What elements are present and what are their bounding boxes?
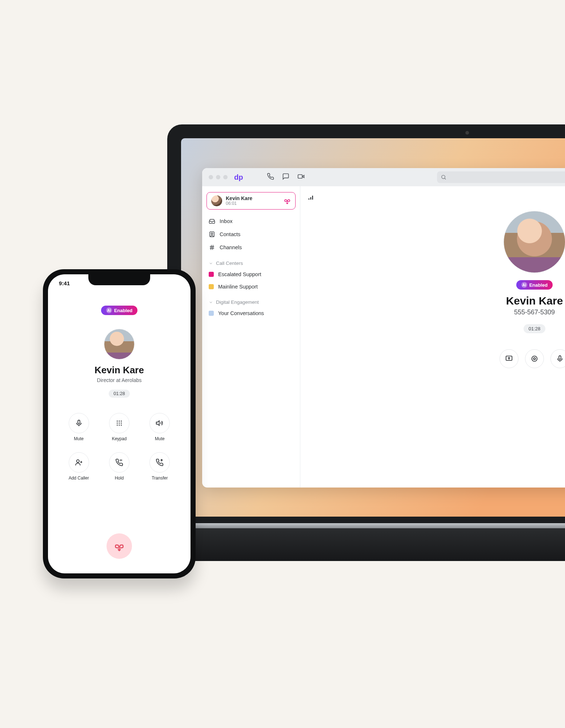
main-area: Ai Enabled Kevin Kare 555-567-5309 01:28: [300, 186, 565, 488]
window-controls[interactable]: [209, 175, 228, 179]
contact-name: Kevin Kare: [48, 365, 191, 376]
traffic-light-close[interactable]: [209, 175, 213, 179]
mic-button[interactable]: [550, 349, 565, 368]
contact-avatar: [104, 329, 135, 359]
section-call-centers[interactable]: Call Centers: [207, 254, 296, 268]
phone-icon[interactable]: [267, 173, 274, 182]
laptop-screen: dp: [181, 138, 565, 517]
ai-icon: Ai: [106, 307, 112, 313]
svg-point-3: [211, 233, 213, 235]
speaker-button[interactable]: [149, 413, 170, 433]
hold-button[interactable]: [109, 452, 129, 473]
phone-action-grid: Mute Keypad Mute Add Caller: [61, 413, 177, 481]
nav-label: Contacts: [220, 231, 240, 237]
contact-avatar: [504, 211, 565, 273]
color-swatch: [209, 272, 214, 277]
svg-point-8: [532, 356, 537, 362]
svg-rect-5: [310, 197, 312, 200]
laptop-frame: dp: [167, 124, 565, 561]
svg-point-15: [117, 423, 118, 424]
svg-point-21: [76, 460, 79, 462]
digital-your-conversations[interactable]: Your Conversations: [207, 307, 296, 319]
contact-name: Kevin Kare: [458, 295, 565, 307]
ai-icon: Ai: [521, 282, 527, 288]
nav-label: Inbox: [220, 218, 232, 224]
laptop-camera: [465, 131, 469, 135]
section-label: Call Centers: [216, 260, 243, 266]
nav-contacts[interactable]: Contacts: [207, 228, 296, 241]
call-duration: 06:01: [226, 201, 280, 206]
call-timer: 01:28: [109, 390, 129, 398]
phone-notch: [88, 274, 150, 285]
action-label: Transfer: [152, 476, 168, 481]
svg-point-1: [442, 175, 445, 179]
chevron-down-icon: [209, 300, 213, 305]
caller-name: Kevin Kare: [226, 195, 280, 201]
svg-point-12: [117, 421, 118, 422]
nav-label: Escalated Support: [218, 271, 261, 277]
svg-rect-4: [309, 198, 310, 199]
color-swatch: [209, 284, 214, 289]
nav-inbox[interactable]: Inbox: [207, 215, 296, 228]
svg-rect-11: [78, 420, 80, 424]
transfer-button[interactable]: [149, 452, 170, 473]
svg-point-13: [119, 421, 120, 422]
signal-icon: [308, 196, 315, 202]
add-caller-button[interactable]: [69, 452, 89, 473]
hangup-icon[interactable]: [284, 197, 291, 205]
status-time: 9:41: [59, 280, 70, 286]
action-label: Mute: [155, 436, 165, 441]
phone-screen: 9:41 Ai Enabled Kevin Kare Director at A…: [48, 274, 191, 573]
nav-label: Channels: [220, 244, 242, 250]
end-call-button[interactable]: [107, 533, 132, 559]
svg-rect-0: [298, 175, 302, 178]
ai-badge-label: Enabled: [529, 282, 548, 288]
ai-badge-label: Enabled: [114, 308, 133, 313]
svg-point-18: [117, 425, 118, 426]
record-button[interactable]: [525, 349, 544, 368]
action-label: Add Caller: [69, 476, 89, 481]
action-label: Hold: [115, 476, 124, 481]
app-logo: dp: [234, 173, 243, 182]
keypad-button[interactable]: [109, 413, 129, 433]
svg-point-16: [119, 423, 120, 424]
traffic-light-max[interactable]: [223, 175, 228, 179]
screenshare-button[interactable]: [500, 349, 518, 368]
svg-point-9: [533, 358, 536, 360]
app-titlebar: dp: [202, 168, 565, 186]
svg-point-20: [121, 425, 122, 426]
search-field[interactable]: [437, 171, 565, 183]
section-label: Digital Engagement: [216, 299, 259, 305]
ai-enabled-badge: Ai Enabled: [101, 306, 138, 315]
svg-point-17: [121, 423, 122, 424]
section-digital[interactable]: Digital Engagement: [207, 293, 296, 307]
chevron-down-icon: [209, 261, 213, 266]
video-icon[interactable]: [297, 173, 305, 182]
traffic-light-min[interactable]: [216, 175, 220, 179]
ai-enabled-badge: Ai Enabled: [516, 280, 553, 290]
contact-profile: Ai Enabled Kevin Kare 555-567-5309 01:28: [458, 211, 565, 368]
action-label: Mute: [74, 436, 84, 441]
search-input[interactable]: [437, 171, 565, 183]
sidebar: Kevin Kare 06:01 Inbox Contacts: [202, 186, 300, 488]
contact-phone: 555-567-5309: [458, 309, 565, 316]
svg-point-14: [121, 421, 122, 422]
search-icon: [441, 174, 446, 180]
call-timer: 01:28: [524, 324, 546, 333]
svg-rect-6: [312, 196, 313, 200]
caller-avatar: [211, 195, 222, 206]
chat-icon[interactable]: [282, 173, 289, 182]
nav-channels[interactable]: Channels: [207, 241, 296, 254]
nav-label: Your Conversations: [218, 310, 264, 316]
color-swatch: [209, 311, 214, 316]
svg-point-19: [119, 425, 120, 426]
cc-escalated[interactable]: Escalated Support: [207, 268, 296, 281]
cc-mainline[interactable]: Mainline Support: [207, 281, 296, 293]
svg-rect-10: [559, 356, 561, 359]
active-call-card[interactable]: Kevin Kare 06:01: [207, 192, 296, 210]
contact-title: Director at Aerolabs: [48, 377, 191, 383]
mute-button[interactable]: [69, 413, 89, 433]
nav-label: Mainline Support: [218, 284, 258, 290]
call-actions: [458, 349, 565, 368]
phone-frame: 9:41 Ai Enabled Kevin Kare Director at A…: [43, 269, 196, 578]
